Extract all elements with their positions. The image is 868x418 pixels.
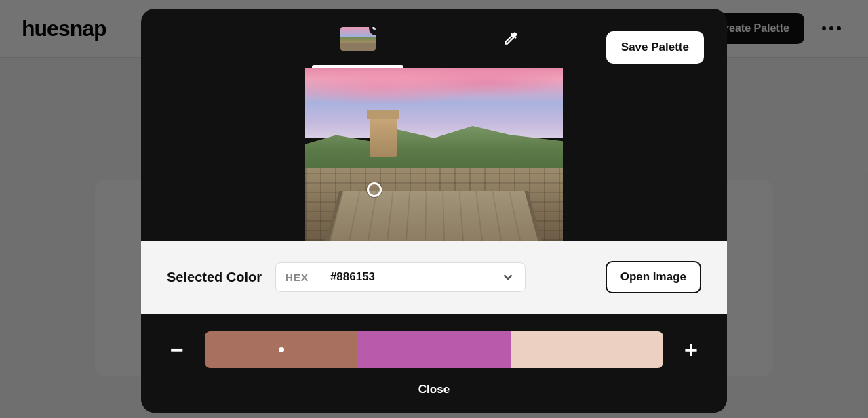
open-image-button[interactable]: Open Image (606, 261, 701, 293)
eyedropper-icon (502, 30, 519, 47)
save-palette-button[interactable]: Save Palette (606, 31, 704, 64)
palette-swatches (205, 331, 663, 368)
selected-color-bar: Selected Color HEX Open Image (141, 241, 727, 314)
palette-bar: − + Close (141, 314, 727, 413)
selected-color-label: Selected Color (167, 270, 262, 285)
remove-swatch-button[interactable]: − (167, 337, 187, 363)
image-preview-area (141, 68, 727, 241)
palette-swatch[interactable] (357, 331, 510, 368)
modal-header: Save Palette (141, 9, 727, 68)
color-picker-modal: Save Palette Selected Color HEX Open Ima… (141, 9, 727, 413)
color-value-input[interactable] (330, 270, 479, 284)
tab-image[interactable] (312, 9, 403, 68)
close-button[interactable]: Close (167, 380, 701, 399)
tab-eyedropper[interactable] (465, 9, 556, 68)
color-value-field[interactable]: HEX (275, 262, 526, 292)
palette-swatch[interactable] (205, 331, 357, 368)
add-swatch-button[interactable]: + (681, 337, 701, 363)
active-swatch-indicator (279, 347, 284, 352)
color-picker-ring[interactable] (367, 182, 382, 197)
color-format-label: HEX (285, 272, 309, 283)
source-image[interactable] (305, 68, 563, 241)
chevron-down-icon[interactable] (500, 270, 515, 285)
palette-swatch[interactable] (511, 331, 663, 368)
image-thumbnail (340, 27, 376, 51)
